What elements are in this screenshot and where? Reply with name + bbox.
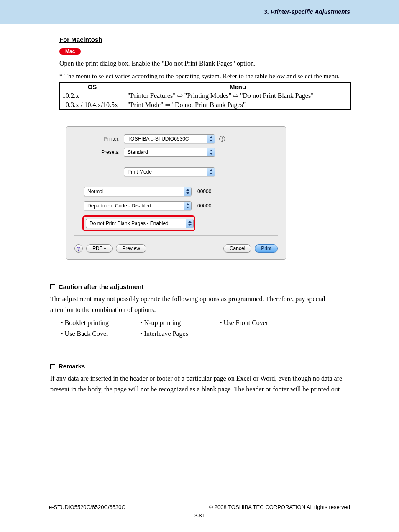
pdf-button[interactable]: PDF ▾ bbox=[86, 244, 113, 253]
remarks-heading: Remarks bbox=[50, 363, 350, 370]
presets-select[interactable]: Standard bbox=[124, 148, 215, 157]
printer-label: Printer: bbox=[74, 136, 124, 142]
caution-list: • Booklet printing • N-up printing • Use… bbox=[50, 317, 350, 339]
divider bbox=[66, 161, 286, 161]
blank-pages-value: Do not Print Blank Pages - Enabled bbox=[86, 220, 186, 226]
blank-pages-select[interactable]: Do not Print Blank Pages - Enabled bbox=[86, 219, 194, 228]
caution-text: The adjustment may not possibly operate … bbox=[50, 294, 350, 315]
chevron-updown-icon bbox=[184, 202, 191, 210]
cancel-button[interactable]: Cancel bbox=[223, 244, 251, 253]
quality-value: Normal bbox=[84, 189, 184, 194]
presets-label: Presets: bbox=[74, 149, 124, 155]
footer-left: e-STUDIO5520C/6520C/6530C bbox=[49, 504, 125, 510]
page-footer: e-STUDIO5520C/6520C/6530C © 2008 TOSHIBA… bbox=[0, 504, 399, 510]
printer-select[interactable]: TOSHIBA e-STUDIO6530C bbox=[124, 134, 215, 143]
preview-button[interactable]: Preview bbox=[116, 244, 146, 253]
highlighted-option: Do not Print Blank Pages - Enabled bbox=[82, 215, 195, 231]
mac-intro: Open the print dialog box. Enable the "D… bbox=[59, 58, 350, 69]
col-os: OS bbox=[60, 82, 125, 91]
list-item: • Use Back Cover bbox=[50, 328, 130, 339]
square-bullet-icon bbox=[50, 364, 55, 369]
chevron-updown-icon bbox=[207, 148, 215, 156]
remarks-title-text: Remarks bbox=[59, 363, 85, 370]
print-button[interactable]: Print bbox=[255, 244, 278, 253]
caution-heading: Caution after the adjustment bbox=[50, 283, 350, 290]
col-menu: Menu bbox=[125, 82, 351, 91]
mac-print-dialog: Printer: TOSHIBA e-STUDIO6530C ! Presets… bbox=[66, 126, 286, 260]
info-icon[interactable]: ! bbox=[219, 136, 225, 142]
cell-os: 10.2.x bbox=[60, 91, 125, 100]
mac-note: * The menu to select varies according to… bbox=[59, 72, 350, 81]
cell-os: 10.3.x / 10.4.x/10.5x bbox=[60, 100, 125, 110]
cell-menu: "Print Mode" ⇨ "Do not Print Blank Pages… bbox=[125, 100, 351, 110]
mac-badge: Mac bbox=[59, 48, 81, 55]
list-item: • Use Front Cover bbox=[209, 317, 289, 328]
quality-code: 00000 bbox=[197, 189, 211, 194]
mode-value: Print Mode bbox=[124, 169, 207, 175]
list-item: • N-up printing bbox=[130, 317, 209, 328]
chapter-title: 3. Printer-specific Adjustments bbox=[264, 8, 350, 15]
os-menu-table: OS Menu 10.2.x "Printer Features" ⇨ "Pri… bbox=[59, 82, 351, 110]
remarks-text: If any data are inserted in the header o… bbox=[50, 373, 350, 394]
table-header-row: OS Menu bbox=[60, 82, 351, 91]
caution-title-text: Caution after the adjustment bbox=[59, 283, 143, 290]
dept-select[interactable]: Department Code - Disabled bbox=[84, 201, 192, 210]
footer-right: © 2008 TOSHIBA TEC CORPORATION All right… bbox=[209, 504, 350, 510]
quality-select[interactable]: Normal bbox=[84, 187, 192, 196]
presets-value: Standard bbox=[124, 149, 207, 155]
cell-menu: "Printer Features" ⇨ "Printing Modes" ⇨ … bbox=[125, 91, 351, 100]
divider bbox=[74, 181, 278, 181]
dept-value: Department Code - Disabled bbox=[84, 203, 184, 209]
help-button[interactable]: ? bbox=[74, 244, 83, 253]
mac-heading: For Macintosh bbox=[59, 36, 350, 43]
dept-code: 00000 bbox=[197, 203, 211, 209]
mode-select[interactable]: Print Mode bbox=[124, 167, 215, 176]
table-row: 10.2.x "Printer Features" ⇨ "Printing Mo… bbox=[60, 91, 351, 100]
table-row: 10.3.x / 10.4.x/10.5x "Print Mode" ⇨ "Do… bbox=[60, 100, 351, 110]
chevron-updown-icon bbox=[207, 135, 215, 143]
page-content: For Macintosh Mac Open the print dialog … bbox=[0, 24, 399, 395]
list-item: • Interleave Pages bbox=[130, 328, 209, 339]
chevron-updown-icon bbox=[184, 187, 191, 196]
square-bullet-icon bbox=[50, 284, 55, 289]
divider bbox=[74, 235, 278, 236]
printer-value: TOSHIBA e-STUDIO6530C bbox=[124, 136, 207, 142]
chevron-updown-icon bbox=[207, 168, 215, 176]
page-number: 3-81 bbox=[0, 513, 399, 519]
list-item: • Booklet printing bbox=[50, 317, 130, 328]
chevron-updown-icon bbox=[186, 219, 193, 228]
chapter-header: 3. Printer-specific Adjustments bbox=[0, 0, 399, 24]
